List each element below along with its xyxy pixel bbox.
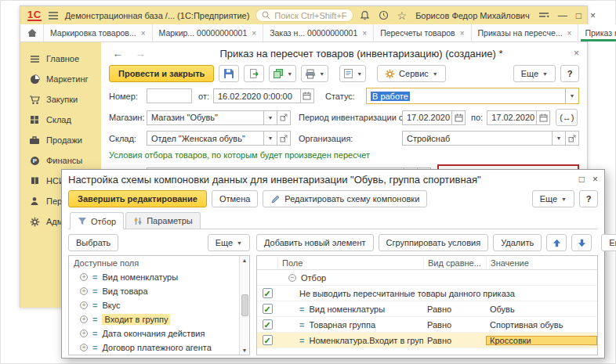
sidebar-item-warehouse[interactable]: Склад bbox=[20, 110, 101, 130]
move-up-button[interactable] bbox=[546, 234, 567, 251]
tab-order-doc[interactable]: Заказ н... 00000000001 × bbox=[263, 24, 374, 41]
row-value-selected-cell[interactable]: Кроссовки bbox=[486, 336, 597, 345]
calendar-icon[interactable] bbox=[301, 88, 314, 103]
collapse-icon[interactable]: − bbox=[288, 274, 296, 282]
chevron-down-icon[interactable]: ▼ bbox=[264, 110, 277, 125]
table-row[interactable]: ✓ = Вид номенклатуры Равно Обувь bbox=[257, 301, 597, 317]
sidebar-item-sales[interactable]: Продажи bbox=[20, 130, 101, 150]
finish-editing-button[interactable]: Завершить редактирование bbox=[68, 190, 207, 207]
group-conditions-button[interactable]: Сгруппировать условия bbox=[379, 234, 489, 251]
service-menu-button[interactable]: Сервис ▼ bbox=[377, 65, 446, 82]
notifications-bell-icon[interactable] bbox=[360, 10, 370, 20]
chevron-down-icon[interactable]: ▼ bbox=[264, 131, 277, 146]
calendar-icon[interactable] bbox=[537, 110, 550, 125]
sidebar-item-purchases[interactable]: Закупки bbox=[20, 89, 101, 110]
cancel-button[interactable]: Отмена bbox=[212, 190, 258, 207]
current-user-name[interactable]: Борисов Федор Михайлович bbox=[415, 11, 530, 20]
save-button[interactable] bbox=[219, 65, 239, 82]
close-tab-icon[interactable]: × bbox=[567, 29, 572, 38]
minimize-button[interactable]: — bbox=[558, 12, 567, 20]
tree-scrollbar[interactable]: ▲ ▼ bbox=[239, 256, 249, 355]
panel-settings-icon[interactable] bbox=[538, 12, 549, 20]
close-tab-icon[interactable]: × bbox=[141, 29, 146, 38]
table-group-row[interactable]: − Отбор bbox=[257, 270, 597, 286]
open-link-icon[interactable] bbox=[277, 110, 291, 125]
sidebar-item-finance[interactable]: P Финансы bbox=[20, 150, 101, 171]
warehouse-input[interactable]: Отдел "Женская обувь" bbox=[147, 131, 264, 146]
chevron-down-icon[interactable]: ▼ bbox=[553, 131, 566, 146]
help-button[interactable]: ? bbox=[560, 65, 579, 82]
document-datetime-input[interactable]: 16.02.2020 0:00:00 bbox=[213, 88, 301, 103]
sidebar-item-main[interactable]: Главное bbox=[20, 49, 101, 69]
sidebar-item-marketing[interactable]: Маркетинг bbox=[20, 69, 101, 89]
tab-recount-order-active[interactable]: Приказ на пересчет ... × bbox=[578, 24, 616, 41]
post-document-button[interactable] bbox=[244, 65, 264, 82]
table-row-selected[interactable]: ✓ = Номенклатура.Входит в группу Равно К… bbox=[257, 333, 597, 348]
store-input[interactable]: Магазин "Обувь" bbox=[147, 110, 264, 125]
close-tab-icon[interactable]: × bbox=[362, 29, 367, 38]
home-tab[interactable] bbox=[20, 24, 44, 41]
tree-item[interactable]: += Вид товара bbox=[69, 284, 249, 298]
open-link-icon[interactable] bbox=[277, 131, 291, 146]
maximize-button[interactable]: □ bbox=[576, 12, 582, 20]
dialog-maximize-button[interactable]: □ bbox=[579, 175, 585, 183]
checkbox-checked[interactable]: ✓ bbox=[263, 319, 273, 330]
checkbox-checked[interactable]: ✓ bbox=[263, 335, 273, 345]
dialog-more-button[interactable]: Еще ▼ bbox=[532, 190, 574, 207]
expand-icon[interactable]: + bbox=[80, 287, 88, 295]
back-arrow-button[interactable]: ← bbox=[109, 47, 126, 60]
expand-icon[interactable]: + bbox=[80, 315, 88, 323]
tree-item[interactable]: += Вид номенклатуры bbox=[69, 270, 249, 284]
global-search-input[interactable]: Поиск Ctrl+Shift+F bbox=[255, 9, 353, 22]
tab-marking-goods[interactable]: Маркировка товаров... × bbox=[44, 24, 153, 41]
scroll-up-icon[interactable]: ▲ bbox=[242, 258, 248, 263]
organization-input[interactable]: Стройснаб bbox=[402, 131, 553, 146]
tree-item[interactable]: += Дата окончания действия bbox=[69, 326, 249, 341]
edit-scheme-button[interactable]: Редактировать схему компоновки bbox=[263, 190, 427, 207]
tree-item-highlighted[interactable]: += Входит в группу bbox=[69, 312, 249, 326]
move-down-button[interactable] bbox=[571, 234, 592, 251]
dialog-close-button[interactable]: × bbox=[592, 175, 598, 183]
tab-recount-orders-list[interactable]: Приказы на пересче... × bbox=[472, 24, 579, 41]
period-to-input[interactable]: 17.02.2020 bbox=[487, 110, 537, 125]
delete-button[interactable]: Удалить bbox=[493, 234, 542, 251]
close-tab-icon[interactable]: × bbox=[252, 29, 256, 38]
more-button[interactable]: Еще ▼ bbox=[513, 65, 556, 82]
expand-icon[interactable]: + bbox=[80, 344, 88, 351]
checkbox-checked[interactable]: ✓ bbox=[263, 304, 273, 314]
table-row[interactable]: ✓ Не выводить пересчитанные товары данно… bbox=[257, 286, 597, 301]
open-link-icon[interactable] bbox=[566, 131, 579, 146]
expand-icon[interactable]: + bbox=[80, 330, 88, 337]
tab-filter[interactable]: Отбор bbox=[70, 212, 124, 229]
chevron-down-icon[interactable]: ▼ bbox=[565, 88, 578, 103]
expand-icon[interactable]: + bbox=[80, 301, 88, 309]
status-combobox[interactable]: В работе ▼ bbox=[366, 88, 579, 104]
post-and-close-button[interactable]: Провести и закрыть bbox=[109, 65, 214, 82]
number-input[interactable] bbox=[147, 88, 192, 103]
add-element-button[interactable]: Добавить новый элемент bbox=[256, 234, 374, 251]
print-button[interactable]: ▼ bbox=[301, 65, 328, 82]
close-tab-icon[interactable]: × bbox=[460, 29, 465, 38]
tab-parameters[interactable]: Параметры bbox=[125, 212, 201, 229]
left-more-button[interactable]: Еще ▼ bbox=[208, 234, 250, 251]
forward-arrow-button[interactable]: → bbox=[132, 47, 149, 60]
tab-recounts-list[interactable]: Пересчеты товаров × bbox=[374, 24, 471, 41]
close-app-button[interactable]: × bbox=[590, 12, 596, 20]
period-from-input[interactable]: 17.02.2020 bbox=[402, 110, 452, 125]
right-more-button[interactable]: Еще ▼ bbox=[601, 234, 616, 251]
tab-marking-doc[interactable]: Маркир... 00000000001 × bbox=[153, 24, 264, 41]
choose-period-button[interactable]: (↔) bbox=[556, 109, 578, 126]
calendar-icon[interactable] bbox=[452, 110, 466, 125]
table-row[interactable]: ✓ = Товарная группа Равно Спортивная обу… bbox=[257, 317, 597, 333]
scroll-down-icon[interactable]: ▼ bbox=[242, 348, 248, 353]
create-based-on-button[interactable]: ▼ bbox=[339, 65, 366, 82]
main-menu-icon[interactable] bbox=[48, 11, 59, 20]
close-document-icon[interactable]: × bbox=[574, 48, 579, 59]
history-clock-icon[interactable] bbox=[379, 10, 389, 20]
favorites-star-icon[interactable]: ☆ bbox=[397, 9, 408, 22]
scrollbar-thumb[interactable] bbox=[241, 294, 248, 316]
tree-item[interactable]: += Вкус bbox=[69, 298, 249, 312]
tree-item[interactable]: += Договор платежного агента bbox=[69, 341, 249, 355]
select-field-button[interactable]: Выбрать bbox=[68, 234, 118, 251]
expand-icon[interactable]: + bbox=[80, 273, 88, 281]
